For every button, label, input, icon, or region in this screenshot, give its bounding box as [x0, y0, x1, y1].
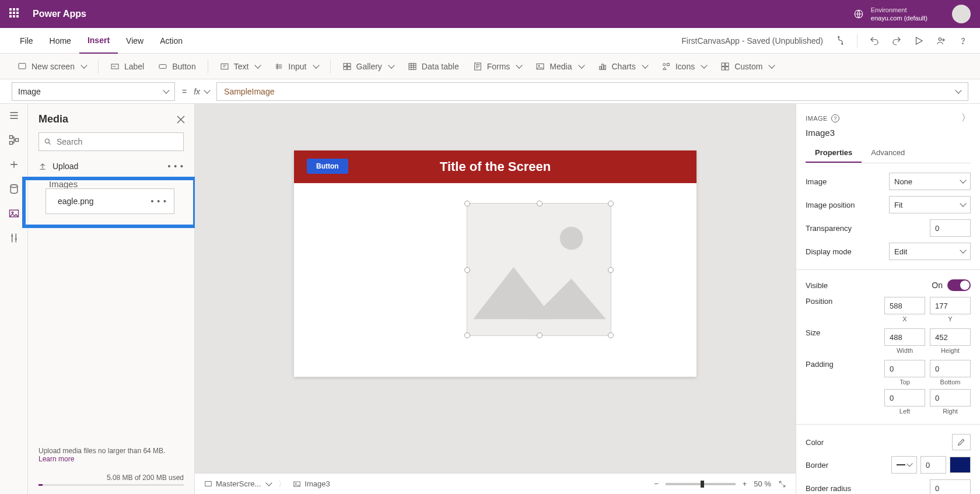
ribbon-media[interactable]: Media: [530, 58, 589, 75]
media-rail-icon[interactable]: [8, 208, 20, 219]
zoom-out-button[interactable]: −: [654, 479, 659, 488]
prop-visible-label: Visible: [806, 281, 828, 290]
environment-block[interactable]: Environment enayu.com (default): [871, 6, 928, 23]
prop-height-input[interactable]: 452: [930, 328, 971, 346]
menu-action[interactable]: Action: [152, 28, 191, 54]
zoom-value: 50: [754, 479, 762, 488]
prop-pos-x-input[interactable]: 588: [884, 297, 925, 314]
svg-rect-14: [474, 63, 481, 70]
formula-text: SampleImage: [224, 87, 274, 96]
tab-advanced[interactable]: Advanced: [862, 143, 914, 163]
upload-button[interactable]: Upload: [38, 162, 78, 171]
image-control[interactable]: [467, 203, 611, 336]
ribbon-custom[interactable]: Custom: [715, 58, 780, 75]
prop-pad-left-input[interactable]: 0: [884, 389, 925, 407]
prop-width-input[interactable]: 488: [884, 328, 925, 346]
menu-file[interactable]: File: [12, 28, 41, 54]
gallery-icon: [342, 62, 352, 71]
user-avatar[interactable]: [952, 5, 971, 23]
control-name: Image3: [806, 128, 971, 138]
ribbon-input[interactable]: Input: [268, 58, 324, 75]
menu-insert[interactable]: Insert: [79, 28, 118, 54]
svg-rect-17: [599, 66, 601, 69]
color-swatch[interactable]: [952, 434, 971, 450]
close-icon[interactable]: [177, 115, 185, 124]
ribbon-icons[interactable]: Icons: [656, 58, 712, 75]
ribbon-gallery[interactable]: Gallery: [337, 58, 400, 75]
zoom-in-button[interactable]: +: [743, 479, 747, 488]
formula-input[interactable]: SampleImage: [216, 82, 968, 101]
canvas-button-control[interactable]: Button: [307, 159, 348, 174]
prop-image-position-input[interactable]: Fit: [889, 196, 971, 213]
redo-icon[interactable]: [891, 36, 902, 46]
border-style-input[interactable]: [891, 456, 917, 474]
fx-icon[interactable]: fx: [194, 87, 209, 96]
visible-toggle[interactable]: [947, 279, 971, 291]
property-selector-value: Image: [18, 87, 41, 96]
prop-pad-right-input[interactable]: 0: [930, 389, 971, 407]
prop-transparency-input[interactable]: 0: [930, 219, 971, 237]
ribbon-label[interactable]: Label: [104, 58, 150, 75]
checker-icon[interactable]: [835, 36, 845, 46]
prop-display-mode-label: Display mode: [806, 247, 852, 256]
share-icon[interactable]: [936, 36, 946, 46]
prop-image-input[interactable]: None: [889, 173, 971, 190]
prop-pos-y-input[interactable]: 177: [930, 297, 971, 314]
media-search[interactable]: [38, 132, 184, 151]
zoom-slider[interactable]: [666, 483, 736, 485]
image-icon: [293, 480, 301, 488]
more-icon[interactable]: • • •: [151, 197, 167, 206]
breadcrumb-control[interactable]: Image3: [293, 479, 330, 488]
svg-rect-27: [9, 142, 12, 145]
play-icon[interactable]: [914, 36, 924, 46]
breadcrumb-screen-name: MasterScre...: [216, 479, 261, 488]
tree-view-icon[interactable]: [8, 134, 20, 146]
ribbon-new-screen-label: New screen: [32, 62, 75, 71]
learn-more-link[interactable]: Learn more: [38, 455, 74, 463]
ribbon-new-screen[interactable]: New screen: [12, 58, 92, 75]
ribbon-button-text: Button: [172, 62, 195, 71]
media-usage: 5.08 MB of 200 MB used: [38, 474, 184, 482]
tab-properties[interactable]: Properties: [806, 143, 862, 163]
app-launcher-icon[interactable]: [9, 8, 21, 20]
breadcrumb-screen[interactable]: MasterScre...: [204, 479, 271, 488]
ribbon-forms[interactable]: Forms: [467, 58, 528, 75]
chevron-down-icon: [960, 247, 966, 253]
svg-rect-24: [722, 66, 724, 69]
prop-pad-bottom-input[interactable]: 0: [930, 360, 971, 377]
media-search-input[interactable]: [57, 137, 178, 146]
undo-icon[interactable]: [869, 36, 880, 46]
menu-view[interactable]: View: [118, 28, 152, 54]
hamburger-icon[interactable]: [8, 110, 20, 121]
border-color-swatch[interactable]: [950, 457, 971, 473]
fit-screen-icon[interactable]: [778, 480, 786, 488]
expand-icon[interactable]: 〉: [961, 112, 971, 124]
data-icon[interactable]: [8, 183, 20, 195]
tools-icon[interactable]: [8, 232, 20, 244]
prop-size-label: Size: [806, 328, 820, 337]
more-icon[interactable]: • • •: [168, 162, 184, 171]
ribbon-button[interactable]: Button: [152, 58, 201, 75]
ribbon-gallery-label: Gallery: [356, 62, 382, 71]
ribbon-data-table[interactable]: Data table: [402, 58, 465, 75]
environment-label: Environment: [871, 6, 928, 14]
svg-rect-9: [344, 63, 346, 66]
svg-point-32: [45, 139, 49, 143]
help-icon[interactable]: [958, 36, 968, 46]
prop-pad-top-input[interactable]: 0: [884, 360, 925, 377]
help-icon[interactable]: ?: [831, 114, 839, 122]
property-selector[interactable]: Image: [12, 82, 175, 101]
status-bar: MasterScre... 〉 Image3 − + 50 %: [195, 473, 796, 494]
chevron-down-icon: [313, 62, 319, 68]
border-width-input[interactable]: 0: [921, 456, 946, 474]
border-radius-input[interactable]: 0: [930, 479, 971, 494]
ribbon-text[interactable]: Text: [214, 58, 267, 75]
media-item[interactable]: eagle.png • • •: [46, 188, 174, 214]
ribbon-text-label: Text: [234, 62, 249, 71]
svg-rect-26: [9, 136, 12, 139]
ribbon-charts[interactable]: Charts: [592, 58, 653, 75]
prop-display-mode-input[interactable]: Edit: [889, 243, 971, 260]
menu-home[interactable]: Home: [41, 28, 79, 54]
add-icon[interactable]: [8, 159, 20, 170]
screen-canvas[interactable]: Button Title of the Screen: [294, 150, 696, 377]
